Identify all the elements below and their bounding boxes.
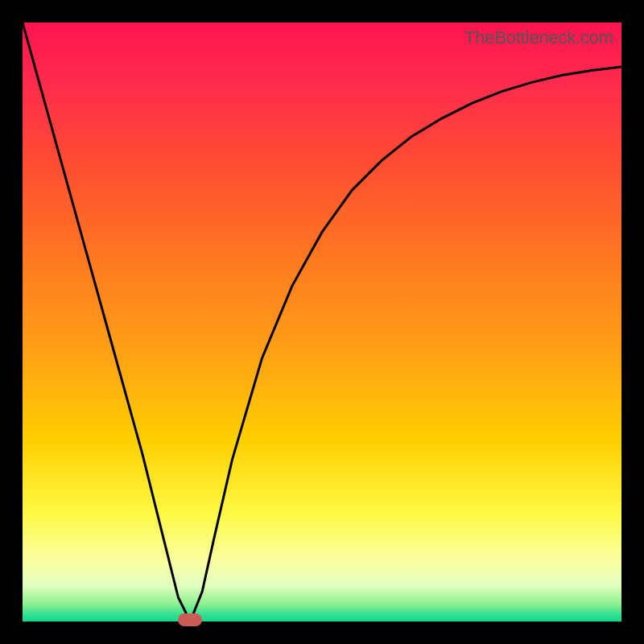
plot-area: TheBottleneck.com — [23, 23, 621, 621]
vertex-marker — [178, 613, 202, 626]
watermark-text: TheBottleneck.com — [464, 27, 613, 48]
curve-path — [23, 23, 621, 621]
chart-frame: TheBottleneck.com — [0, 0, 644, 644]
curve-svg — [23, 23, 621, 621]
